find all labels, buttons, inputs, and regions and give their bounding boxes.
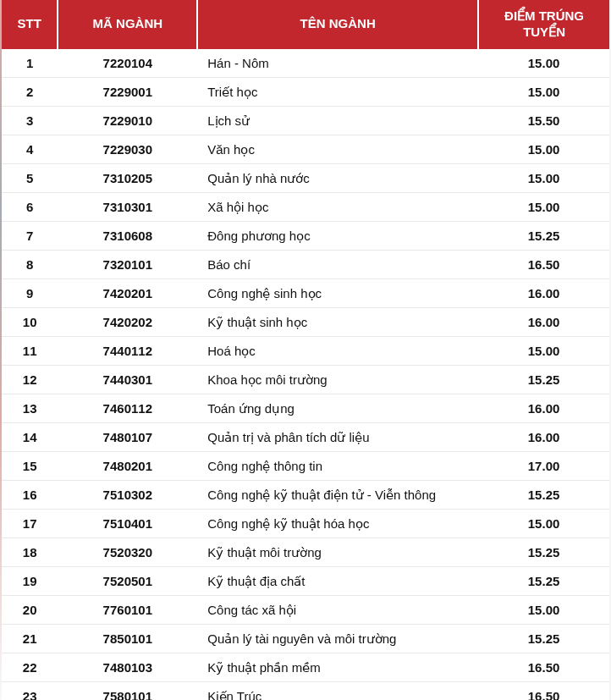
cell-stt: 8 [2, 251, 58, 279]
table-row: 217850101Quản lý tài nguyên và môi trườn… [2, 625, 609, 653]
cell-name: Toán ứng dụng [197, 394, 478, 423]
cell-score: 16.00 [478, 308, 609, 337]
cell-name: Công nghệ kỹ thuật điện tử - Viễn thông [197, 481, 478, 510]
table-row: 127440301Khoa học môi trường15.25 [2, 366, 609, 394]
cell-name: Xã hội học [197, 193, 478, 222]
cell-stt: 9 [2, 279, 58, 308]
cell-name: Quản trị và phân tích dữ liệu [197, 423, 478, 452]
cell-code: 7580101 [58, 682, 197, 701]
cell-code: 7480107 [58, 423, 197, 452]
cell-stt: 3 [2, 107, 58, 135]
cell-score: 15.00 [478, 49, 609, 78]
table-row: 197520501Kỹ thuật địa chất15.25 [2, 567, 609, 596]
cell-stt: 22 [2, 653, 58, 682]
header-name: TÊN NGÀNH [197, 0, 478, 49]
cell-name: Triết học [197, 78, 478, 107]
table-row: 77310608Đông phương học15.25 [2, 222, 609, 251]
table-row: 67310301Xã hội học15.00 [2, 193, 609, 222]
cell-name: Kiến Trúc [197, 682, 478, 701]
table-body: 17220104Hán - Nôm15.0027229001Triết học1… [2, 49, 609, 701]
cell-code: 7510401 [58, 510, 197, 538]
cell-score: 16.50 [478, 682, 609, 701]
cell-name: Công nghệ kỹ thuật hóa học [197, 510, 478, 538]
cell-code: 7229010 [58, 107, 197, 135]
cell-stt: 18 [2, 538, 58, 567]
cell-name: Hán - Nôm [197, 49, 478, 78]
cell-name: Hoá học [197, 337, 478, 366]
cell-code: 7220104 [58, 49, 197, 78]
cell-name: Quản lý nhà nước [197, 164, 478, 193]
cell-score: 15.25 [478, 366, 609, 394]
cell-code: 7320101 [58, 251, 197, 279]
cell-score: 16.00 [478, 423, 609, 452]
cell-code: 7440301 [58, 366, 197, 394]
cell-score: 16.50 [478, 653, 609, 682]
cell-score: 15.25 [478, 538, 609, 567]
cell-score: 15.00 [478, 193, 609, 222]
table-row: 177510401Công nghệ kỹ thuật hóa học15.00 [2, 510, 609, 538]
cell-stt: 13 [2, 394, 58, 423]
cell-score: 16.00 [478, 279, 609, 308]
cell-code: 7480103 [58, 653, 197, 682]
cell-stt: 17 [2, 510, 58, 538]
cell-name: Báo chí [197, 251, 478, 279]
cell-stt: 15 [2, 452, 58, 481]
header-stt: STT [2, 0, 58, 49]
table-row: 137460112Toán ứng dụng16.00 [2, 394, 609, 423]
table-row: 237580101Kiến Trúc16.50 [2, 682, 609, 701]
cell-score: 15.00 [478, 78, 609, 107]
cell-stt: 20 [2, 596, 58, 625]
cell-score: 15.25 [478, 567, 609, 596]
admission-table: STT MÃ NGÀNH TÊN NGÀNH ĐIỂM TRÚNG TUYỂN … [2, 0, 609, 700]
cell-code: 7310608 [58, 222, 197, 251]
cell-code: 7310205 [58, 164, 197, 193]
cell-stt: 7 [2, 222, 58, 251]
table-row: 47229030Văn học15.00 [2, 135, 609, 164]
cell-code: 7520501 [58, 567, 197, 596]
cell-score: 15.00 [478, 164, 609, 193]
cell-name: Đông phương học [197, 222, 478, 251]
cell-code: 7229001 [58, 78, 197, 107]
table-row: 97420201Công nghệ sinh học16.00 [2, 279, 609, 308]
table-row: 227480103Kỹ thuật phần mềm16.50 [2, 653, 609, 682]
cell-code: 7510302 [58, 481, 197, 510]
table-row: 187520320Kỹ thuật môi trường15.25 [2, 538, 609, 567]
table-row: 37229010Lịch sử15.50 [2, 107, 609, 135]
cell-score: 17.00 [478, 452, 609, 481]
table-row: 167510302Công nghệ kỹ thuật điện tử - Vi… [2, 481, 609, 510]
cell-stt: 12 [2, 366, 58, 394]
cell-name: Công nghệ thông tin [197, 452, 478, 481]
cell-stt: 14 [2, 423, 58, 452]
cell-code: 7460112 [58, 394, 197, 423]
cell-score: 15.00 [478, 596, 609, 625]
cell-name: Khoa học môi trường [197, 366, 478, 394]
cell-stt: 2 [2, 78, 58, 107]
cell-name: Lịch sử [197, 107, 478, 135]
cell-code: 7760101 [58, 596, 197, 625]
cell-score: 16.50 [478, 251, 609, 279]
cell-name: Kỹ thuật phần mềm [197, 653, 478, 682]
cell-code: 7229030 [58, 135, 197, 164]
cell-stt: 11 [2, 337, 58, 366]
cell-name: Kỹ thuật địa chất [197, 567, 478, 596]
header-code: MÃ NGÀNH [58, 0, 197, 49]
table-row: 27229001Triết học15.00 [2, 78, 609, 107]
cell-stt: 1 [2, 49, 58, 78]
cell-stt: 19 [2, 567, 58, 596]
table-row: 17220104Hán - Nôm15.00 [2, 49, 609, 78]
table-header-row: STT MÃ NGÀNH TÊN NGÀNH ĐIỂM TRÚNG TUYỂN [2, 0, 609, 49]
cell-score: 15.25 [478, 481, 609, 510]
cell-stt: 4 [2, 135, 58, 164]
table-row: 117440112Hoá học15.00 [2, 337, 609, 366]
cell-code: 7420202 [58, 308, 197, 337]
cell-stt: 16 [2, 481, 58, 510]
cell-score: 15.25 [478, 625, 609, 653]
header-score: ĐIỂM TRÚNG TUYỂN [478, 0, 609, 49]
cell-score: 15.00 [478, 337, 609, 366]
cell-stt: 5 [2, 164, 58, 193]
table-row: 207760101Công tác xã hội15.00 [2, 596, 609, 625]
cell-name: Quản lý tài nguyên và môi trường [197, 625, 478, 653]
cell-name: Kỹ thuật sinh học [197, 308, 478, 337]
cell-code: 7420201 [58, 279, 197, 308]
cell-stt: 10 [2, 308, 58, 337]
